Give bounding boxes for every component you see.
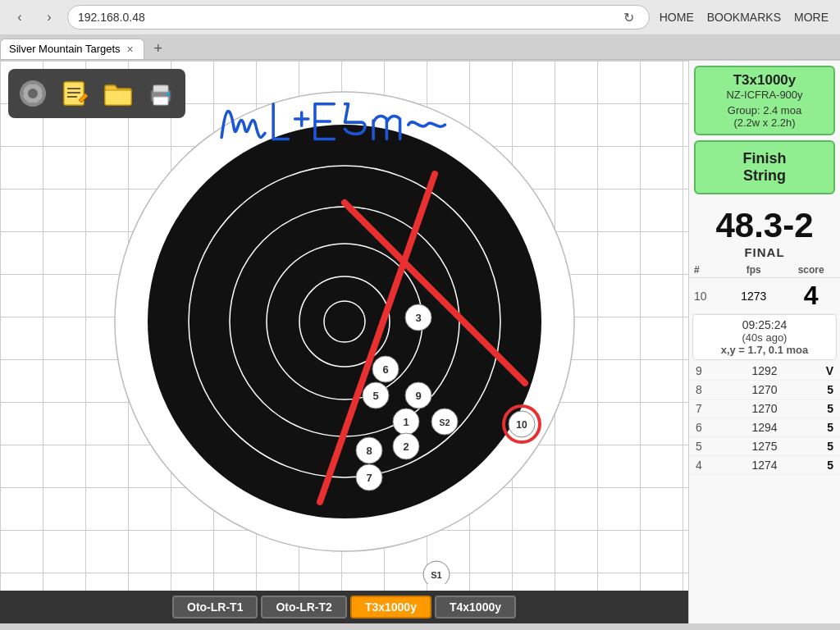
reload-button[interactable]: ↻	[619, 7, 639, 27]
score-rows: 9 1292 V 8 1270 5 7 1270 5 6 1294 5 5 12	[689, 360, 840, 477]
svg-text:8: 8	[366, 445, 372, 457]
svg-text:10: 10	[516, 419, 527, 431]
bottom-tabs: Oto-LR-T1 Oto-LR-T2 T3x1000y T4x1000y	[0, 591, 688, 623]
target-svg: 1 2 3 5 6 7 8 9	[66, 67, 623, 584]
back-button[interactable]: ‹	[8, 6, 31, 29]
svg-rect-6	[42, 92, 46, 95]
svg-text:2: 2	[403, 441, 409, 453]
tab-silver-mountain[interactable]: Silver Mountain Targets ×	[0, 39, 144, 59]
folder-button[interactable]	[100, 75, 136, 112]
score-final-label: FINAL	[692, 245, 837, 259]
svg-rect-3	[31, 80, 34, 84]
table-row: 4 1274 5	[689, 456, 840, 475]
table-row: 8 1270 5	[689, 381, 840, 399]
right-panel: T3x1000y NZ-ICFRA-900y Group: 2.4 moa (2…	[688, 61, 840, 623]
new-tab-button[interactable]: +	[148, 38, 169, 59]
svg-point-25	[324, 301, 365, 342]
tab-t4x1000y[interactable]: T4x1000y	[435, 596, 516, 619]
col-header-num: #	[689, 262, 725, 278]
target-container: 1 2 3 5 6 7 8 9	[0, 61, 688, 591]
more-link[interactable]: MORE	[791, 11, 832, 24]
svg-text:S1: S1	[431, 570, 441, 580]
table-row: 9 1292 V	[689, 362, 840, 381]
toolbar	[8, 69, 185, 118]
main-content: 1 2 3 5 6 7 8 9	[0, 61, 840, 623]
settings-button[interactable]	[15, 75, 51, 112]
edit-button[interactable]	[57, 75, 94, 112]
svg-text:6: 6	[382, 363, 388, 376]
tab-close-button[interactable]: ×	[126, 43, 135, 56]
table-row: 6 1294 5	[689, 418, 840, 437]
svg-text:3: 3	[415, 312, 421, 324]
address-bar[interactable]: 192.168.0.48 ↻	[67, 5, 650, 30]
svg-rect-16	[153, 85, 168, 92]
svg-text:5: 5	[372, 390, 378, 402]
svg-point-18	[167, 93, 170, 96]
svg-rect-5	[20, 92, 24, 95]
svg-text:S2: S2	[439, 418, 450, 427]
score-table: # fps score 10 1273 4	[689, 262, 840, 314]
svg-text:1: 1	[403, 416, 409, 428]
folder-icon	[103, 79, 133, 108]
print-icon	[146, 79, 176, 108]
address-text: 192.168.0.48	[78, 11, 145, 24]
shot-detail: 09:25:24 (40s ago) x,y = 1.7, 0.1 moa	[692, 314, 837, 360]
browser-chrome: ‹ › 192.168.0.48 ↻ HOME BOOKMARKS MORE S…	[0, 0, 840, 61]
col-header-fps: fps	[725, 262, 782, 278]
shot-time: 09:25:24	[700, 318, 829, 331]
table-row: 7 1270 5	[689, 399, 840, 418]
tab-t3x1000y[interactable]: T3x1000y	[350, 596, 431, 619]
table-row: 10 1273 4	[689, 278, 840, 314]
svg-rect-17	[153, 97, 168, 105]
settings-icon	[18, 79, 48, 108]
match-subtitle: NZ-ICFRA-900y	[701, 89, 829, 101]
print-button[interactable]	[143, 75, 179, 112]
col-header-score: score	[782, 262, 840, 278]
forward-button[interactable]: ›	[38, 6, 61, 29]
match-title: T3x1000y	[701, 72, 829, 89]
tab-bar: Silver Mountain Targets × +	[0, 34, 840, 60]
table-row: 5 1275 5	[689, 437, 840, 456]
svg-rect-4	[31, 103, 34, 107]
tab-label: Silver Mountain Targets	[9, 43, 121, 55]
tab-oto-lr-t2[interactable]: Oto-LR-T2	[261, 596, 346, 619]
browser-toolbar: ‹ › 192.168.0.48 ↻ HOME BOOKMARKS MORE	[0, 0, 840, 34]
finish-string-button[interactable]: Finish String	[694, 140, 835, 194]
svg-text:7: 7	[366, 472, 372, 484]
svg-point-2	[28, 89, 38, 98]
bookmarks-link[interactable]: BOOKMARKS	[704, 11, 784, 24]
shot-position: x,y = 1.7, 0.1 moa	[700, 344, 829, 356]
edit-icon	[61, 79, 90, 108]
score-header: T3x1000y NZ-ICFRA-900y Group: 2.4 moa (2…	[694, 66, 835, 135]
home-link[interactable]: HOME	[656, 11, 697, 24]
target-panel: 1 2 3 5 6 7 8 9	[0, 61, 688, 623]
tab-oto-lr-t1[interactable]: Oto-LR-T1	[172, 596, 258, 619]
group-info: Group: 2.4 moa (2.2w x 2.2h)	[701, 104, 829, 129]
total-score: 48.3-2	[692, 206, 837, 245]
svg-text:9: 9	[415, 390, 421, 402]
score-display: 48.3-2 FINAL	[689, 199, 840, 262]
shot-ago: (40s ago)	[700, 331, 829, 344]
